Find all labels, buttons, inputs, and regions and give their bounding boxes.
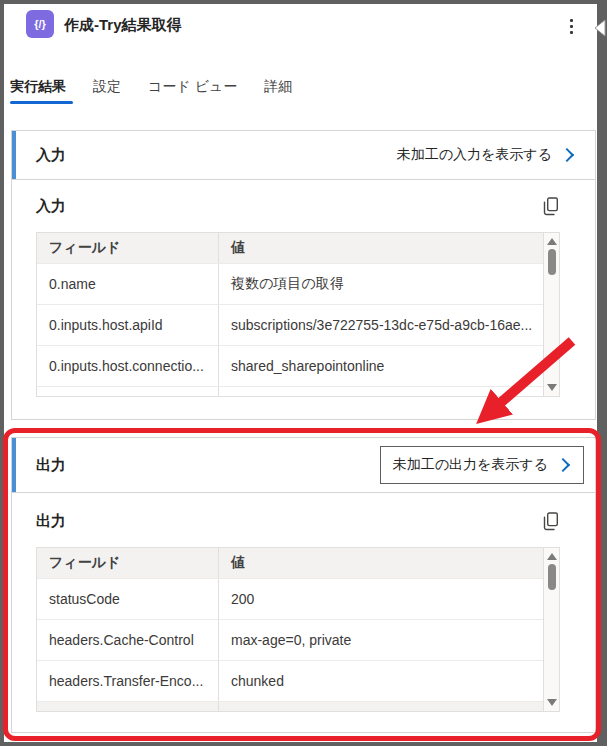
copy-icon (543, 512, 559, 531)
output-table-scrollbar[interactable] (543, 548, 559, 711)
tab-settings[interactable]: 設定 (93, 78, 121, 96)
more-options-button[interactable] (561, 14, 581, 38)
section-accent-bar (12, 131, 16, 179)
output-table-header-row: フィールド 値 (37, 548, 543, 578)
table-row: 0.inputs.host.connectio... shared_sharep… (37, 345, 543, 386)
tab-bar: 実行結果 設定 コード ビュー 詳細 (10, 78, 292, 96)
chevron-right-icon (556, 458, 570, 472)
field-column-header: フィールド (37, 548, 219, 578)
copy-icon (543, 197, 559, 216)
field-cell (37, 387, 219, 397)
scroll-down-icon[interactable] (547, 384, 557, 391)
value-cell: 複数の項目の取得 (219, 275, 543, 293)
value-cell: subscriptions/3e722755-13dc-e75d-a9cb-16… (219, 317, 543, 333)
scroll-up-icon[interactable] (547, 238, 557, 245)
chevron-right-icon (560, 148, 574, 162)
section-accent-bar (12, 438, 16, 492)
field-cell: 0.inputs.host.connectio... (37, 346, 219, 386)
value-cell: shared_sharepointonline (219, 358, 543, 374)
kebab-dot (570, 25, 573, 28)
input-table-header-row: フィールド 値 (37, 233, 543, 263)
input-section-header: 入力 未加工の入力を表示する (12, 131, 595, 180)
output-card-title-row: 出力 (12, 495, 595, 547)
input-section-title: 入力 (36, 146, 66, 165)
field-cell: statusCode (37, 579, 219, 619)
copy-output-button[interactable] (543, 512, 559, 531)
action-result-panel: {/} 作成-Try結果取得 実行結果 設定 コード ビュー 詳細 入力 未加工… (0, 0, 607, 746)
input-section: 入力 未加工の入力を表示する 入力 フィールド 値 (11, 130, 596, 420)
field-column-header: フィールド (37, 233, 219, 263)
output-card-title: 出力 (36, 512, 66, 531)
input-card-title-row: 入力 (12, 180, 595, 232)
window-frame-right (597, 0, 607, 746)
input-card-title: 入力 (36, 197, 66, 216)
scrollbar-thumb[interactable] (548, 564, 556, 590)
show-raw-inputs-link[interactable]: 未加工の入力を表示する (397, 146, 575, 164)
output-table: フィールド 値 statusCode 200 headers.Cache-Con… (36, 547, 560, 712)
show-raw-outputs-button[interactable]: 未加工の出力を表示する (380, 446, 584, 484)
kebab-dot (570, 19, 573, 22)
value-column-header: 値 (219, 239, 543, 257)
scroll-up-icon[interactable] (547, 553, 557, 560)
show-raw-outputs-label: 未加工の出力を表示する (393, 456, 548, 474)
field-cell (37, 702, 219, 712)
table-row: statusCode 200 (37, 578, 543, 619)
output-section-title: 出力 (36, 456, 66, 475)
table-row: headers.Cache-Control max-age=0, private (37, 619, 543, 660)
table-row: 0.name 複数の項目の取得 (37, 263, 543, 304)
table-row-clipped (37, 701, 543, 712)
table-row: headers.Transfer-Enco... chunked (37, 660, 543, 701)
table-row: 0.inputs.host.apiId subscriptions/3e7227… (37, 304, 543, 345)
field-cell: 0.name (37, 264, 219, 304)
field-cell: 0.inputs.host.apiId (37, 305, 219, 345)
output-table-body: フィールド 値 statusCode 200 headers.Cache-Con… (37, 548, 543, 711)
tab-code-view[interactable]: コード ビュー (148, 78, 237, 96)
tab-run-results[interactable]: 実行結果 (10, 78, 66, 96)
field-cell: headers.Cache-Control (37, 620, 219, 660)
selected-tab-indicator (10, 101, 73, 104)
compose-action-icon: {/} (26, 10, 54, 38)
scrollbar-thumb[interactable] (548, 249, 556, 275)
output-section: 出力 未加工の出力を表示する 出力 フィールド 値 (11, 437, 596, 733)
tab-details[interactable]: 詳細 (264, 78, 292, 96)
value-cell: 200 (219, 591, 543, 607)
window-frame-bottom (0, 742, 607, 746)
scroll-down-icon[interactable] (547, 699, 557, 706)
value-cell: max-age=0, private (219, 632, 543, 648)
output-section-header: 出力 未加工の出力を表示する (12, 438, 595, 493)
page-title: 作成-Try結果取得 (64, 16, 182, 35)
copy-input-button[interactable] (543, 197, 559, 216)
table-row-clipped (37, 386, 543, 397)
window-frame-top (0, 0, 607, 4)
window-frame-left (0, 0, 4, 746)
kebab-dot (570, 31, 573, 34)
input-table-body: フィールド 値 0.name 複数の項目の取得 0.inputs.host.ap… (37, 233, 543, 396)
field-cell: headers.Transfer-Enco... (37, 661, 219, 701)
show-raw-inputs-label: 未加工の入力を表示する (397, 146, 552, 164)
value-cell: chunked (219, 673, 543, 689)
panel-resize-cursor-icon (593, 18, 606, 38)
input-table-scrollbar[interactable] (543, 233, 559, 396)
input-table: フィールド 値 0.name 複数の項目の取得 0.inputs.host.ap… (36, 232, 560, 397)
value-column-header: 値 (219, 554, 543, 572)
